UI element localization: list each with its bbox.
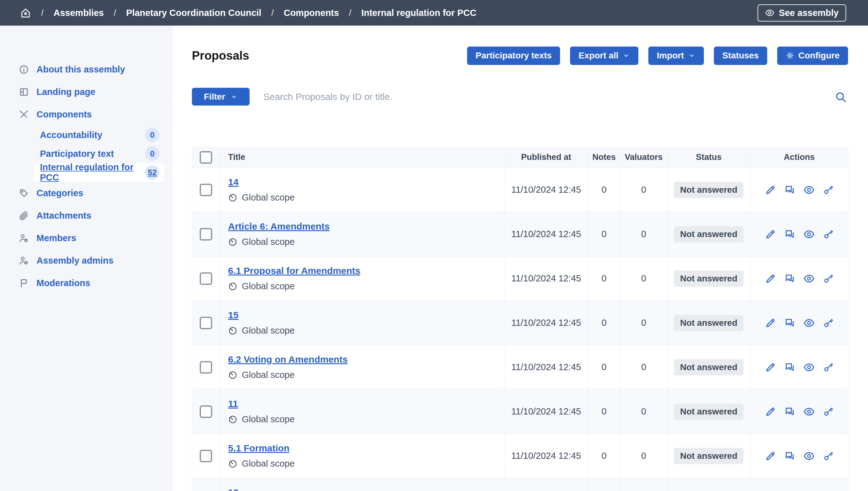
sidebar-item-components[interactable]: Components [0,103,173,125]
proposal-title-link[interactable]: Article 6: Amendments [228,221,330,231]
row-checkbox[interactable] [200,317,212,329]
table-header-row: TitlePublished atNotesValuatorsStatusAct… [192,147,848,168]
scope-label: Global scope [242,325,294,336]
scope-label: Global scope [242,414,294,425]
eye-icon[interactable] [803,406,815,417]
sidebar-item-members[interactable]: Members [0,227,173,249]
valuators-count: 0 [620,301,668,345]
see-assembly-button[interactable]: See assembly [757,4,846,22]
chat-icon[interactable] [784,229,795,240]
chat-icon[interactable] [784,273,795,284]
sidebar-subitem-label: Participatory text [40,149,114,159]
key-icon[interactable] [823,362,834,373]
published-at: 11/10/2024 12:45 [504,256,588,301]
pencil-icon[interactable] [765,451,776,462]
eye-icon[interactable] [803,451,815,462]
table-row: 5.1 FormationGlobal scope11/10/2024 12:4… [192,434,848,478]
select-all-checkbox[interactable] [200,151,212,164]
chat-icon[interactable] [784,451,795,462]
key-icon[interactable] [823,451,834,462]
table-body: 14Global scope11/10/2024 12:4500Not answ… [192,168,848,491]
valuators-count: 0 [620,478,668,491]
proposal-title-link[interactable]: 12 [228,487,238,491]
proposal-scope: Global scope [228,281,498,291]
key-icon[interactable] [823,229,834,240]
sidebar-item-attachments[interactable]: Attachments [0,204,173,227]
row-checkbox[interactable] [200,361,212,374]
pencil-icon[interactable] [765,184,776,196]
search-button[interactable] [834,90,848,104]
participatory-texts-button[interactable]: Participatory texts [467,47,560,65]
filter-button[interactable]: Filter [192,88,250,106]
breadcrumb-item[interactable]: Components [284,8,339,18]
row-checkbox[interactable] [200,228,212,240]
key-icon[interactable] [823,406,834,417]
configure-button[interactable]: Configure [777,47,848,65]
import-button[interactable]: Import [648,47,704,65]
sidebar-item-about-this-assembly[interactable]: About this assembly [0,58,173,81]
pencil-icon[interactable] [765,273,776,284]
search-input[interactable] [263,91,834,103]
export-all-button[interactable]: Export all [570,47,638,65]
proposal-title-link[interactable]: 14 [228,177,238,187]
key-icon[interactable] [823,317,834,328]
proposal-title-link[interactable]: 6.2 Voting on Amendments [228,354,348,365]
sidebar-item-accountability[interactable]: Accountability0 [34,125,164,144]
proposal-title-link[interactable]: 6.1 Proposal for Amendments [228,265,360,276]
published-at: 11/10/2024 12:45 [504,301,588,345]
chat-icon[interactable] [784,184,795,196]
sidebar-item-assembly-admins[interactable]: Assembly admins [0,249,173,272]
sidebar-item-internal-regulation-for-pcc[interactable]: Internal regulation for PCC52 [34,163,164,182]
proposal-title-link[interactable]: 15 [228,310,238,320]
globe-icon [228,237,238,247]
valuators-count: 0 [620,256,668,301]
eye-icon[interactable] [803,184,815,196]
row-checkbox[interactable] [200,272,212,285]
sidebar-item-label: Assembly admins [36,256,114,266]
eye-icon[interactable] [803,317,815,328]
pencil-icon[interactable] [765,317,776,328]
proposal-title-link[interactable]: 11 [228,399,238,409]
eye-icon[interactable] [803,229,815,240]
proposal-scope: Global scope [228,237,498,247]
sidebar-item-categories[interactable]: Categories [0,182,173,204]
eye-icon[interactable] [803,362,815,373]
published-at: 11/10/2024 12:45 [504,345,588,389]
chat-icon[interactable] [784,362,795,373]
breadcrumb-item[interactable]: Assemblies [54,8,104,18]
breadcrumb-item[interactable]: Planetary Coordination Council [126,8,261,18]
tools-icon [19,109,29,120]
pencil-icon[interactable] [765,362,776,373]
published-at: 11/10/2024 12:45 [504,389,588,434]
column-header-status: Status [668,147,750,168]
proposal-scope: Global scope [228,459,498,469]
pencil-icon[interactable] [765,229,776,240]
pencil-icon[interactable] [765,406,776,417]
home-icon[interactable] [20,7,31,19]
sidebar-item-label: Members [36,233,76,243]
sidebar-item-moderations[interactable]: Moderations [0,272,173,294]
sidebar-item-participatory-text[interactable]: Participatory text0 [34,144,164,163]
statuses-button[interactable]: Statuses [714,47,767,65]
breadcrumb-item[interactable]: Internal regulation for PCC [361,8,476,18]
row-checkbox[interactable] [200,184,212,196]
row-checkbox[interactable] [200,450,212,462]
key-icon[interactable] [823,273,834,284]
count-badge: 0 [145,146,159,161]
chevron-down-icon [688,52,695,59]
chat-icon[interactable] [784,406,795,417]
chat-icon[interactable] [784,317,795,328]
sidebar-item-label: About this assembly [36,64,125,75]
published-at: 11/10/2024 12:45 [504,478,588,491]
proposal-title-link[interactable]: 5.1 Formation [228,443,289,453]
sidebar-item-label: Categories [36,188,83,198]
admin-app: /Assemblies/Planetary Coordination Counc… [0,0,868,491]
filter-row: Filter [192,88,848,106]
notes-count: 0 [588,345,620,389]
globe-icon [228,459,238,468]
sidebar-item-landing-page[interactable]: Landing page [0,81,173,103]
page-title: Proposals [192,49,249,62]
eye-icon[interactable] [803,273,815,284]
row-checkbox[interactable] [200,405,212,418]
key-icon[interactable] [823,184,834,196]
